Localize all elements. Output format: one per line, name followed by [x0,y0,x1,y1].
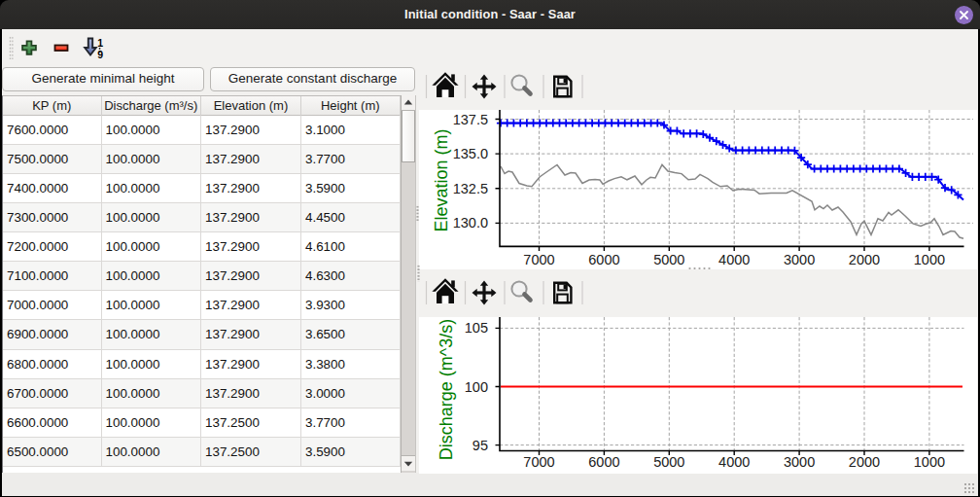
svg-text:3000: 3000 [784,252,815,267]
svg-text:1000: 1000 [914,252,945,267]
svg-text:7000: 7000 [523,252,554,267]
svg-text:100: 100 [465,379,488,395]
svg-text:1: 1 [97,37,103,49]
svg-text:9: 9 [97,49,103,60]
svg-text:132.5: 132.5 [453,181,488,196]
svg-text:2000: 2000 [849,454,880,470]
svg-text:137.5: 137.5 [453,112,488,127]
svg-text:1000: 1000 [914,454,945,470]
svg-text:130.0: 130.0 [453,215,488,231]
svg-text:3000: 3000 [784,454,815,470]
svg-text:7000: 7000 [523,454,554,470]
svg-text:2000: 2000 [849,252,880,267]
svg-text:105: 105 [465,320,488,336]
svg-text:4000: 4000 [718,454,750,470]
svg-text:135.0: 135.0 [453,146,488,161]
svg-text:6000: 6000 [588,252,619,267]
svg-text:5000: 5000 [653,252,684,267]
svg-text:6000: 6000 [588,454,619,470]
svg-text:Discharge (m^3/s): Discharge (m^3/s) [437,319,456,460]
svg-text:Elevation (m): Elevation (m) [432,128,451,231]
svg-text:5000: 5000 [653,454,684,470]
svg-text:95: 95 [472,438,488,453]
svg-text:4000: 4000 [718,252,750,267]
